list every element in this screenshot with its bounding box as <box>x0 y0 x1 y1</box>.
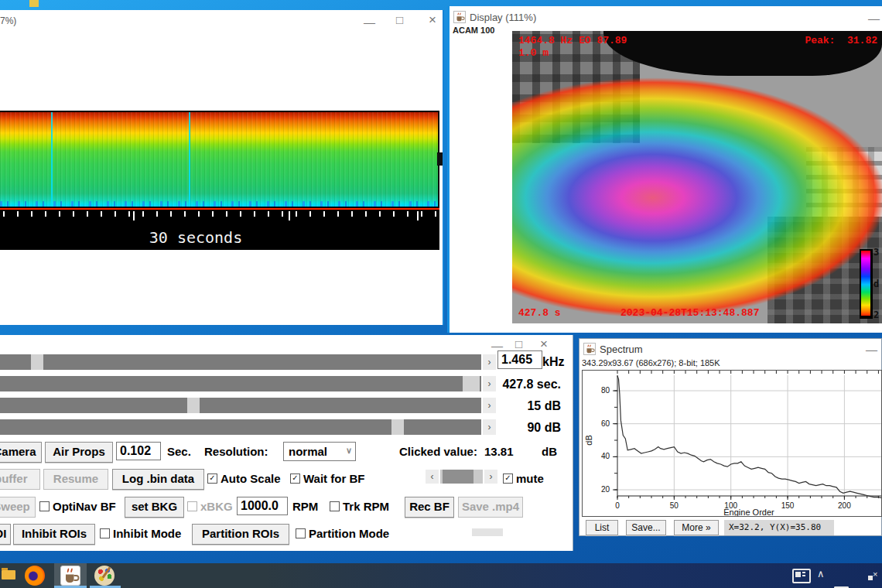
desktop: 7%) — □ × 30 seconds Display (111%) — AC… <box>0 0 882 588</box>
minimize-icon[interactable]: — <box>364 16 375 28</box>
frequency-unit: kHz <box>542 355 564 369</box>
partition-mode-checkbox[interactable]: Partition Mode <box>296 527 389 540</box>
checkbox-box[interactable]: ✓ <box>503 473 513 484</box>
control-window: — □ × › 1.465 kHz › 427.8 sec. › 15 dB ›… <box>0 335 573 551</box>
mute-checkbox[interactable]: ✓ mute <box>503 472 544 485</box>
acoustic-camera-image[interactable]: 1464.8 Hz EO 87.89 Peak: 31.82 1.0 m 427… <box>512 31 882 323</box>
checkbox-box[interactable] <box>100 528 110 538</box>
checkbox-box[interactable] <box>39 501 50 511</box>
frequency-slider[interactable] <box>0 354 481 370</box>
checkbox-label: Inhibit Mode <box>113 527 181 540</box>
inhibit-mode-checkbox[interactable]: Inhibit Mode <box>100 527 181 540</box>
resume-button[interactable]: Resume <box>43 469 108 490</box>
colorbar: 3 d 2 <box>860 249 873 319</box>
colorbar-max-label: 3 <box>873 247 879 258</box>
spectrogram-event-line <box>51 112 53 207</box>
range-slider[interactable] <box>0 398 481 413</box>
spectrogram-display[interactable]: 30 seconds <box>0 111 439 250</box>
rpm-label: RPM <box>292 500 318 513</box>
mute-speaker-icon[interactable]: × <box>868 566 877 580</box>
list-button[interactable]: List <box>586 520 618 535</box>
checkbox-label: mute <box>516 472 544 485</box>
save-mp4-button[interactable]: Save .mp4 <box>458 497 523 518</box>
resolution-select[interactable]: normal ∨ <box>283 442 356 461</box>
rpm-input[interactable]: 1000.0 <box>237 497 288 515</box>
maximize-icon[interactable]: □ <box>515 338 522 350</box>
volume-scroll-thumb[interactable] <box>443 470 473 484</box>
trk-rpm-checkbox[interactable]: Trk RPM <box>330 500 389 513</box>
slider-arrow-right[interactable]: › <box>483 376 496 391</box>
scroll-remnant <box>437 152 443 166</box>
sweep-button[interactable]: Sweep <box>0 497 36 518</box>
save-button[interactable]: Save... <box>626 520 666 535</box>
colorbar-min-label: 2 <box>873 309 879 320</box>
spectrogram-event-line <box>189 112 190 207</box>
slider-arrow-right[interactable]: › <box>483 354 496 370</box>
firefox-icon[interactable] <box>25 566 45 586</box>
colorbar-frame <box>860 249 873 319</box>
more-button[interactable]: More » <box>674 520 719 535</box>
slider-thumb[interactable] <box>391 419 404 435</box>
window-title: Display (111%) <box>470 12 536 23</box>
volume-scroll-left[interactable]: ‹ <box>426 470 439 484</box>
clicked-value-label: Clicked value: <box>399 445 477 458</box>
timestamp-readout: 2023-04-28T15:13:48.887 <box>620 307 759 319</box>
svg-text:60: 60 <box>601 419 610 428</box>
close-icon[interactable]: × <box>540 338 548 350</box>
svg-text:40: 40 <box>601 452 610 460</box>
sec-label: Sec. <box>167 445 191 458</box>
sec-input[interactable]: 0.102 <box>116 442 161 460</box>
log-bin-data-button[interactable]: Log .bin data <box>112 469 204 490</box>
slider-arrow-right[interactable]: › <box>483 419 496 435</box>
set-bkg-button[interactable]: set BKG <box>125 497 184 518</box>
svg-text:80: 80 <box>601 386 610 395</box>
auto-scale-checkbox[interactable]: ✓ Auto Scale <box>207 472 281 485</box>
slider-arrow-right[interactable]: › <box>483 398 496 413</box>
slider-thumb[interactable] <box>31 354 43 370</box>
minimize-icon[interactable]: — <box>868 12 880 24</box>
spectrum-plot[interactable]: 05010015020020406080Engine OrderdB <box>583 371 881 516</box>
file-explorer-icon[interactable] <box>2 570 15 579</box>
checkbox-box[interactable] <box>296 528 306 538</box>
spectrum-plot-panel[interactable]: 05010015020020406080Engine OrderdB <box>582 370 882 517</box>
svg-text:150: 150 <box>781 501 795 510</box>
checkbox-box[interactable] <box>330 501 340 511</box>
slider-thumb[interactable] <box>463 376 480 391</box>
svg-text:200: 200 <box>838 501 851 510</box>
tray-app-icon[interactable] <box>792 569 811 583</box>
time-slider[interactable] <box>0 376 481 391</box>
java-taskbar-icon[interactable] <box>60 566 80 586</box>
inhibit-rois-button[interactable]: Inhibit ROIs <box>13 524 95 545</box>
svg-text:0: 0 <box>615 501 620 510</box>
maximize-icon[interactable]: □ <box>396 14 403 26</box>
roi-button[interactable]: ROI <box>0 524 11 545</box>
active-app-tile[interactable] <box>54 563 87 588</box>
volume-scrollbar[interactable] <box>440 470 483 484</box>
chevron-down-icon: ∨ <box>346 446 352 456</box>
minimize-icon[interactable]: — <box>491 340 503 351</box>
slider-thumb[interactable] <box>187 398 200 413</box>
frequency-value-input[interactable]: 1.465 <box>497 350 542 369</box>
peak-readout: Peak: 31.82 <box>805 35 877 46</box>
rec-bf-button[interactable]: Rec BF <box>405 497 454 518</box>
checkbox-box[interactable]: ✓ <box>207 473 217 484</box>
partition-rois-button[interactable]: Partition ROIs <box>192 524 289 545</box>
xbkg-checkbox[interactable]: xBKG <box>187 500 233 513</box>
checkbox-box[interactable] <box>187 501 197 511</box>
buffer-button[interactable]: y buffer <box>0 469 40 490</box>
volume-scroll-right[interactable]: › <box>484 470 497 484</box>
level-slider[interactable] <box>0 419 481 435</box>
optinav-bf-checkbox[interactable]: OptiNav BF <box>39 500 116 513</box>
checkbox-box[interactable]: ✓ <box>290 473 300 484</box>
time-value: 427.8 sec. <box>497 378 561 391</box>
close-icon[interactable]: × <box>429 14 436 26</box>
wait-for-bf-checkbox[interactable]: ✓ Wait for BF <box>290 472 364 485</box>
svg-text:Engine Order: Engine Order <box>723 508 774 516</box>
camera-button[interactable]: Camera <box>0 442 42 463</box>
image-info-line: 343.29x93.67 (686x276); 8-bit; 185K <box>582 358 720 368</box>
tray-chevron-icon[interactable]: ∧ <box>817 568 825 579</box>
checkbox-label: Wait for BF <box>303 472 364 485</box>
paint-app-icon[interactable] <box>94 566 115 586</box>
minimize-icon[interactable]: — <box>866 344 877 355</box>
air-props-button[interactable]: Air Props <box>45 442 113 463</box>
